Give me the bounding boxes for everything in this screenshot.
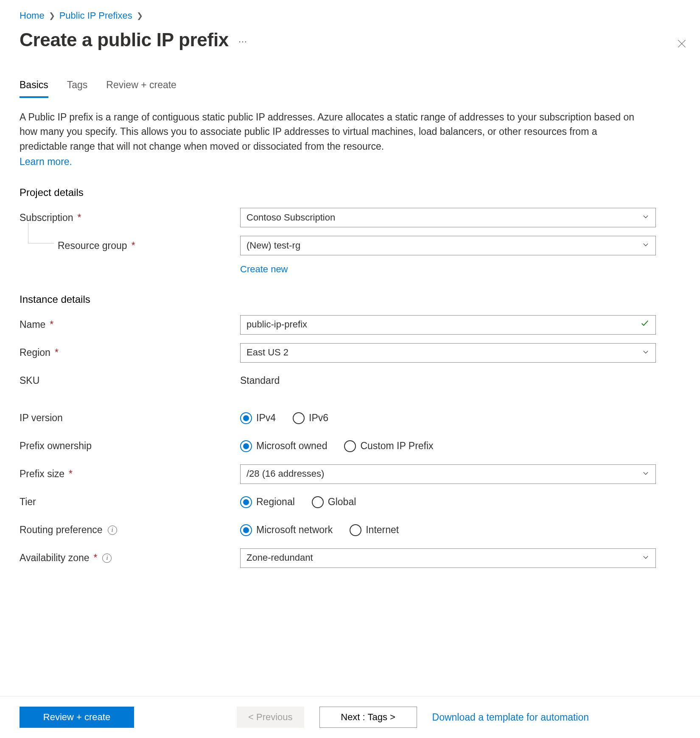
valid-check-icon: [640, 318, 650, 331]
review-create-button[interactable]: Review + create: [20, 707, 134, 728]
resource-group-select[interactable]: (New) test-rg: [240, 236, 656, 255]
radio-dot-icon: [240, 524, 252, 536]
radio-dot-icon: [240, 496, 252, 508]
tab-basics[interactable]: Basics: [20, 78, 48, 98]
required-indicator: *: [50, 318, 53, 331]
breadcrumb-parent[interactable]: Public IP Prefixes: [59, 9, 132, 22]
region-value: East US 2: [246, 346, 288, 359]
availability-zone-select[interactable]: Zone-redundant: [240, 548, 656, 568]
chevron-down-icon: [642, 211, 650, 224]
ip-version-ipv6-radio[interactable]: IPv6: [293, 411, 328, 425]
breadcrumb: Home ❯ Public IP Prefixes ❯: [20, 9, 680, 22]
prefix-ownership-custom-radio[interactable]: Custom IP Prefix: [344, 439, 433, 453]
page-title: Create a public IP prefix: [20, 27, 229, 53]
ip-version-ipv4-label: IPv4: [256, 411, 276, 425]
resource-group-value: (New) test-rg: [246, 239, 300, 252]
tier-global-label: Global: [328, 495, 356, 509]
radio-dot-icon: [240, 412, 252, 424]
chevron-down-icon: [642, 551, 650, 565]
chevron-right-icon: ❯: [137, 11, 143, 21]
routing-microsoft-network-label: Microsoft network: [256, 523, 333, 537]
availability-zone-value: Zone-redundant: [246, 551, 313, 565]
chevron-down-icon: [642, 467, 650, 481]
next-button[interactable]: Next : Tags >: [319, 707, 417, 728]
tab-tags[interactable]: Tags: [67, 78, 88, 98]
subscription-value: Contoso Subscription: [246, 211, 335, 224]
tab-review-create[interactable]: Review + create: [106, 78, 176, 98]
region-select[interactable]: East US 2: [240, 343, 656, 363]
more-actions-button[interactable]: …: [238, 33, 248, 46]
name-label: Name: [20, 318, 45, 331]
prefix-ownership-microsoft-label: Microsoft owned: [256, 439, 327, 453]
ip-version-label: IP version: [20, 411, 63, 425]
tier-label: Tier: [20, 495, 36, 509]
info-icon[interactable]: i: [102, 554, 112, 563]
description-text: A Public IP prefix is a range of contigu…: [20, 112, 634, 152]
required-indicator: *: [69, 467, 73, 481]
sku-value: Standard: [240, 374, 280, 387]
routing-internet-label: Internet: [366, 523, 399, 537]
prefix-ownership-label: Prefix ownership: [20, 439, 92, 453]
prefix-ownership-custom-label: Custom IP Prefix: [360, 439, 433, 453]
create-new-resource-group-link[interactable]: Create new: [240, 264, 288, 274]
tier-regional-radio[interactable]: Regional: [240, 495, 295, 509]
learn-more-link[interactable]: Learn more.: [20, 154, 72, 169]
routing-microsoft-network-radio[interactable]: Microsoft network: [240, 523, 333, 537]
sku-label: SKU: [20, 374, 39, 387]
routing-preference-label: Routing preference: [20, 523, 103, 537]
prefix-size-value: /28 (16 addresses): [246, 467, 324, 481]
footer: Review + create < Previous Next : Tags >…: [0, 696, 700, 738]
previous-button: < Previous: [237, 707, 304, 728]
info-icon[interactable]: i: [108, 526, 117, 535]
ip-version-ipv6-label: IPv6: [309, 411, 328, 425]
required-indicator: *: [132, 239, 135, 252]
prefix-size-select[interactable]: /28 (16 addresses): [240, 464, 656, 484]
prefix-ownership-microsoft-radio[interactable]: Microsoft owned: [240, 439, 327, 453]
description: A Public IP prefix is a range of contigu…: [20, 110, 643, 169]
required-indicator: *: [78, 211, 81, 224]
breadcrumb-home[interactable]: Home: [20, 9, 45, 22]
required-indicator: *: [55, 346, 59, 359]
chevron-down-icon: [642, 346, 650, 359]
radio-dot-icon: [344, 440, 356, 452]
tabs: Basics Tags Review + create: [20, 78, 680, 98]
subscription-select[interactable]: Contoso Subscription: [240, 208, 656, 227]
chevron-right-icon: ❯: [49, 11, 55, 21]
section-instance-details: Instance details: [20, 292, 680, 307]
radio-dot-icon: [312, 496, 324, 508]
routing-internet-radio[interactable]: Internet: [350, 523, 399, 537]
availability-zone-label: Availability zone: [20, 551, 90, 565]
name-input[interactable]: public-ip-prefix: [240, 315, 656, 335]
required-indicator: *: [94, 551, 98, 565]
name-value: public-ip-prefix: [246, 318, 307, 331]
close-icon: [676, 38, 687, 49]
prefix-size-label: Prefix size: [20, 467, 64, 481]
close-button[interactable]: [676, 38, 687, 52]
ip-version-ipv4-radio[interactable]: IPv4: [240, 411, 276, 425]
region-label: Region: [20, 346, 50, 359]
download-template-link[interactable]: Download a template for automation: [432, 710, 589, 724]
radio-dot-icon: [293, 412, 305, 424]
radio-dot-icon: [350, 524, 361, 536]
resource-group-label: Resource group: [58, 239, 127, 252]
radio-dot-icon: [240, 440, 252, 452]
tier-global-radio[interactable]: Global: [312, 495, 356, 509]
tier-regional-label: Regional: [256, 495, 295, 509]
section-project-details: Project details: [20, 185, 680, 200]
chevron-down-icon: [642, 239, 650, 252]
